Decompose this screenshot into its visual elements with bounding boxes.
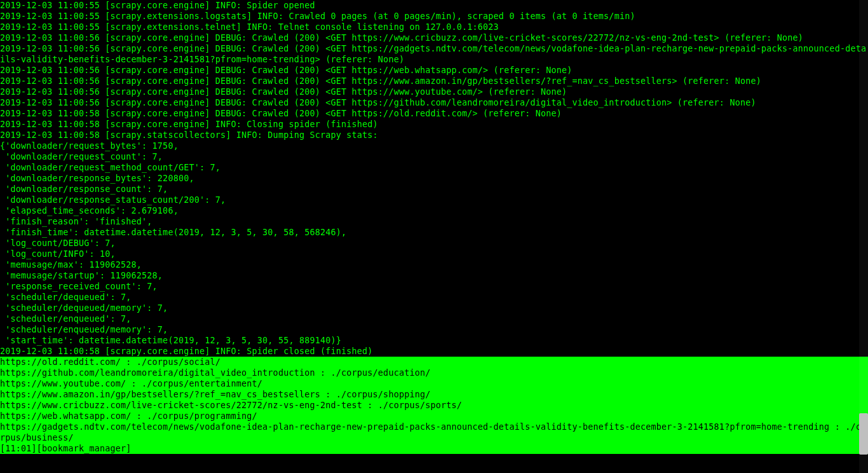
output-line: https://old.reddit.com/ : ./corpus/socia… [0, 357, 868, 367]
terminal-window[interactable]: 2019-12-03 11:00:55 [scrapy.core.engine]… [0, 0, 868, 473]
output-line: https://web.whatsapp.com/ : ./corpus/pro… [0, 411, 868, 422]
log-line: 'finish_reason': 'finished', [0, 216, 868, 227]
log-line: 'scheduler/enqueued/memory': 7, [0, 324, 868, 335]
shell-prompt-line[interactable]: [11:01][bookmark_manager] [0, 443, 868, 454]
log-line: 'downloader/request_count': 7, [0, 151, 868, 162]
output-line: https://github.com/leandromoreira/digita… [0, 367, 868, 378]
output-line: https://www.amazon.in/gp/bestsellers/?re… [0, 389, 868, 400]
log-line: 'memusage/max': 119062528, [0, 259, 868, 270]
log-line: 'response_received_count': 7, [0, 281, 868, 292]
log-line: 'log_count/INFO': 10, [0, 249, 868, 259]
log-line: {'downloader/request_bytes': 1750, [0, 141, 868, 151]
output-line: https://www.youtube.com/ : ./corpus/ente… [0, 378, 868, 389]
log-line: 'log_count/DEBUG': 7, [0, 238, 868, 249]
log-line: 'start_time': datetime.datetime(2019, 12… [0, 335, 868, 346]
log-line: 2019-12-03 11:00:56 [scrapy.core.engine]… [0, 86, 868, 97]
log-line: 2019-12-03 11:00:55 [scrapy.core.engine]… [0, 0, 868, 11]
log-line: 2019-12-03 11:00:58 [scrapy.core.engine]… [0, 108, 868, 119]
log-line: 'elapsed_time_seconds': 2.679106, [0, 205, 868, 216]
highlighted-output-block: https://old.reddit.com/ : ./corpus/socia… [0, 357, 868, 454]
log-line: 'scheduler/dequeued/memory': 7, [0, 303, 868, 313]
cursor-icon [137, 444, 142, 453]
log-line: 'scheduler/dequeued': 7, [0, 292, 868, 303]
log-line: 'downloader/response_bytes': 220800, [0, 173, 868, 184]
log-line: 2019-12-03 11:00:58 [scrapy.statscollect… [0, 130, 868, 141]
log-line: 2019-12-03 11:00:56 [scrapy.core.engine]… [0, 43, 868, 65]
scrollbar-track[interactable] [859, 0, 868, 473]
terminal-output: 2019-12-03 11:00:55 [scrapy.core.engine]… [0, 0, 868, 454]
log-line: 'downloader/response_status_count/200': … [0, 195, 868, 205]
log-line: 'memusage/startup': 119062528, [0, 270, 868, 281]
log-line: 'downloader/request_method_count/GET': 7… [0, 162, 868, 173]
log-line: 2019-12-03 11:00:55 [scrapy.extensions.t… [0, 22, 868, 32]
scrollbar-thumb[interactable] [859, 413, 868, 455]
log-line: 2019-12-03 11:00:56 [scrapy.core.engine]… [0, 97, 868, 108]
output-line: https://www.cricbuzz.com/live-cricket-sc… [0, 400, 868, 411]
log-line: 2019-12-03 11:00:56 [scrapy.core.engine]… [0, 65, 868, 76]
log-line: 2019-12-03 11:00:58 [scrapy.core.engine]… [0, 346, 868, 357]
log-line: 'scheduler/enqueued': 7, [0, 313, 868, 324]
output-line: https://gadgets.ndtv.com/telecom/news/vo… [0, 422, 868, 443]
log-line: 2019-12-03 11:00:56 [scrapy.core.engine]… [0, 76, 868, 86]
log-line: 2019-12-03 11:00:58 [scrapy.core.engine]… [0, 119, 868, 130]
log-line: 2019-12-03 11:00:55 [scrapy.extensions.l… [0, 11, 868, 22]
shell-prompt: [11:01][bookmark_manager] [0, 444, 137, 453]
log-line: 2019-12-03 11:00:56 [scrapy.core.engine]… [0, 32, 868, 43]
log-line: 'finish_time': datetime.datetime(2019, 1… [0, 227, 868, 238]
log-line: 'downloader/response_count': 7, [0, 184, 868, 195]
